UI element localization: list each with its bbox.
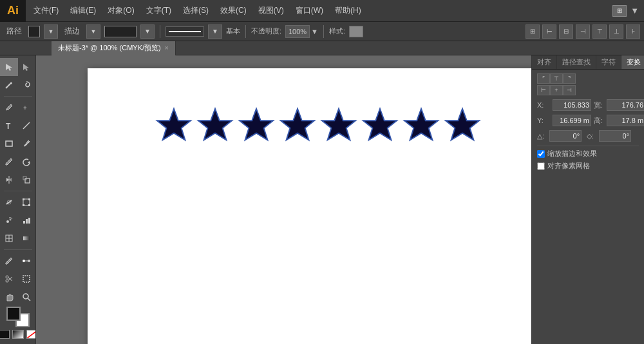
tool-row-pen: + xyxy=(0,99,35,117)
column-graph-tool[interactable] xyxy=(18,211,36,229)
mesh-tool[interactable] xyxy=(0,229,18,247)
star-3 xyxy=(238,107,275,144)
height-input[interactable] xyxy=(607,115,644,126)
reflect-tool[interactable] xyxy=(0,171,18,189)
stroke-options[interactable]: ▼ xyxy=(86,24,100,39)
rectangle-tool[interactable] xyxy=(0,135,18,153)
direct-select-tool[interactable] xyxy=(18,58,36,76)
fill-options[interactable]: ▼ xyxy=(44,24,58,39)
pen-tool[interactable] xyxy=(0,99,18,117)
x-input[interactable] xyxy=(553,99,591,111)
angle-row: △: ◇: xyxy=(537,130,639,142)
separator1 xyxy=(4,96,32,97)
menu-window[interactable]: 窗口(W) xyxy=(290,3,328,19)
menu-object[interactable]: 对象(O) xyxy=(102,3,139,19)
menu-text[interactable]: 文字(T) xyxy=(141,3,176,19)
opacity-control: ▼ xyxy=(285,25,318,38)
align-right[interactable]: ⊣ xyxy=(576,24,590,39)
menu-edit[interactable]: 编辑(E) xyxy=(65,3,101,19)
svg-marker-6 xyxy=(28,161,30,164)
menu-view[interactable]: 视图(V) xyxy=(253,3,289,19)
opacity-down[interactable]: ▼ xyxy=(311,28,318,35)
svg-line-0 xyxy=(6,83,11,88)
width-input[interactable] xyxy=(607,99,644,111)
align-top-left[interactable]: ⌜ xyxy=(537,73,550,84)
svg-rect-19 xyxy=(26,219,28,224)
menu-select[interactable]: 选择(S) xyxy=(178,3,214,19)
panel-content: ⌜ ⊤ ⌝ ⊢ + ⊣ X: 宽: Y: 高: xyxy=(532,70,644,177)
angle2-input[interactable] xyxy=(599,130,631,142)
style-swatch[interactable] xyxy=(349,26,363,37)
align-mid-center[interactable]: + xyxy=(550,85,563,95)
x-label: X: xyxy=(537,101,550,109)
add-anchor-tool[interactable]: + xyxy=(18,99,36,117)
tab-title: 未标题-3* @ 100% (CMYK/预览) xyxy=(58,43,161,53)
line-tool[interactable] xyxy=(18,117,36,135)
paintbrush-tool[interactable] xyxy=(18,135,36,153)
align-top-center[interactable]: ⊤ xyxy=(550,73,563,84)
rotate-tool[interactable] xyxy=(18,153,36,171)
svg-text:T: T xyxy=(6,122,11,130)
align-top-right[interactable]: ⌝ xyxy=(563,73,576,84)
svg-rect-13 xyxy=(28,198,30,200)
text-tool[interactable]: T xyxy=(0,117,18,135)
tool-row-select xyxy=(0,58,35,76)
angle1-input[interactable] xyxy=(549,130,582,142)
hand-tool[interactable] xyxy=(0,288,18,306)
tool-row-scissors xyxy=(0,270,35,288)
panel-tab-pathfinder[interactable]: 路径查找 xyxy=(557,55,596,69)
workspace-button[interactable]: ⊞ xyxy=(612,5,627,17)
artboard-tool[interactable] xyxy=(18,270,36,288)
menu-effect[interactable]: 效果(C) xyxy=(215,3,252,19)
angle2-label: ◇: xyxy=(587,132,594,140)
align-center-v[interactable]: ⊥ xyxy=(609,24,623,39)
gradient-mode[interactable] xyxy=(12,330,24,339)
pixel-grid-checkbox[interactable] xyxy=(537,162,545,170)
scissors-tool[interactable] xyxy=(0,270,18,288)
divider3 xyxy=(323,25,324,38)
align-mid-right[interactable]: ⊣ xyxy=(563,85,576,95)
menu-file[interactable]: 文件(F) xyxy=(28,3,64,19)
stroke-weight-select[interactable] xyxy=(104,26,137,37)
opacity-input[interactable] xyxy=(285,25,310,38)
align-mid-left[interactable]: ⊢ xyxy=(537,85,550,95)
menu-help[interactable]: 帮助(H) xyxy=(330,3,366,19)
align-bottom[interactable]: ⊦ xyxy=(626,24,640,39)
panel-tab-char[interactable]: 字符 xyxy=(596,55,621,69)
svg-marker-38 xyxy=(240,109,273,140)
align-center-h[interactable]: ⊟ xyxy=(559,24,573,39)
align-left[interactable]: ⊢ xyxy=(542,24,556,39)
scale-tool[interactable] xyxy=(18,171,36,189)
svg-line-35 xyxy=(27,330,37,338)
document-tab[interactable]: 未标题-3* @ 100% (CMYK/预览) × xyxy=(52,41,176,55)
fill-swatch[interactable] xyxy=(28,26,40,37)
svg-line-30 xyxy=(8,277,12,280)
stroke-style-down[interactable]: ▼ xyxy=(208,24,222,39)
tool-row-scale xyxy=(0,171,35,189)
stroke-weight-down[interactable]: ▼ xyxy=(140,24,155,39)
lasso-tool[interactable] xyxy=(18,76,36,94)
gradient-tool[interactable] xyxy=(18,229,36,247)
star-1 xyxy=(155,107,193,144)
tab-close[interactable]: × xyxy=(165,44,169,52)
warp-tool[interactable] xyxy=(0,193,18,211)
y-input[interactable] xyxy=(553,115,591,126)
fill-mode[interactable] xyxy=(0,330,10,339)
blend-tool[interactable] xyxy=(18,252,36,270)
selection-tool[interactable] xyxy=(0,58,18,76)
arrange-button[interactable]: ⊞ xyxy=(526,24,540,39)
symbol-spray-tool[interactable] xyxy=(0,211,18,229)
panel-tab-align[interactable]: 对齐 xyxy=(532,55,557,69)
magic-wand-tool[interactable] xyxy=(0,76,18,94)
panel-tab-transform[interactable]: 变换 xyxy=(621,55,644,69)
canvas-area[interactable] xyxy=(36,55,531,344)
scale-strokes-checkbox[interactable] xyxy=(537,150,545,158)
eyedropper-tool[interactable] xyxy=(0,252,18,270)
align-top[interactable]: ⊤ xyxy=(592,24,607,39)
pencil-tool[interactable] xyxy=(0,153,18,171)
zoom-tool[interactable] xyxy=(18,288,36,306)
stars-row xyxy=(155,107,481,144)
freetransform-tool[interactable] xyxy=(18,193,36,211)
none-mode[interactable] xyxy=(26,330,37,339)
foreground-color[interactable] xyxy=(6,307,21,321)
